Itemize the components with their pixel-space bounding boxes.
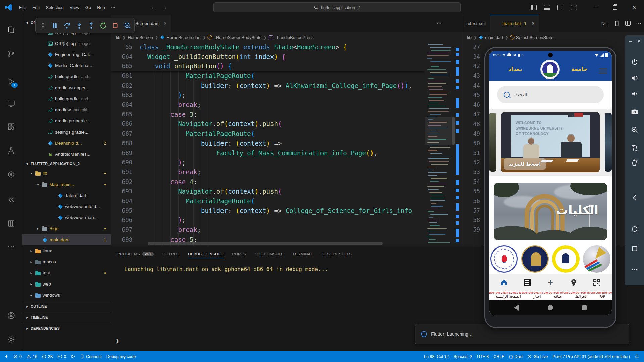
tree-item-main-dart[interactable]: main.dart1 xyxy=(22,234,111,245)
android-back-icon[interactable] xyxy=(514,305,519,311)
indentation[interactable]: Spaces: 2 xyxy=(451,351,475,362)
breadcrumb-item[interactable]: HomeScreen.dart xyxy=(160,35,201,40)
activity-chevrons-icon[interactable] xyxy=(6,195,16,205)
minimize-button[interactable]: ─ xyxy=(586,0,605,15)
emulator-more-icon[interactable] xyxy=(630,265,639,274)
tree-item-test[interactable]: ▸test● xyxy=(22,267,111,278)
split-editor-icon[interactable] xyxy=(625,21,631,26)
run-debug-dropdown[interactable]: ▷⌄ xyxy=(602,20,609,27)
toggle-secondary-sidebar-icon[interactable] xyxy=(557,5,563,10)
connect[interactable]: Connect xyxy=(78,351,104,362)
code-line[interactable]: 696 ); xyxy=(111,215,425,225)
emulator-home-icon[interactable] xyxy=(630,225,639,234)
command-center-search[interactable]: flutter_application_2 xyxy=(213,2,461,12)
code-line[interactable]: 690 ); xyxy=(111,158,425,167)
code-line[interactable]: 695 builder: (context) => College_of_Sci… xyxy=(111,206,425,216)
college-of-engineering-logo[interactable] xyxy=(521,245,549,273)
tab-close-icon[interactable]: ✕ xyxy=(531,21,535,26)
activity-more-icon[interactable] xyxy=(6,242,16,252)
carousel-prev-image[interactable] xyxy=(489,113,496,172)
activity-source-control-icon[interactable] xyxy=(6,49,16,59)
activity-extensions-icon[interactable] xyxy=(6,121,16,132)
tree-item-web[interactable]: ▸web xyxy=(22,278,111,290)
android-recents-icon[interactable] xyxy=(582,305,587,310)
emulator-close-icon[interactable]: ✕ xyxy=(637,39,641,44)
step-out-icon[interactable] xyxy=(87,22,95,29)
breadcrumb-right[interactable]: lib❯main.dart❯SplashScreenState xyxy=(462,32,644,42)
activity-account-icon[interactable] xyxy=(6,310,16,320)
remote-indicator[interactable] xyxy=(2,351,11,362)
section-outline[interactable]: ▸OUTLINE xyxy=(22,301,111,312)
emulator-rotate-ccw-icon[interactable] xyxy=(630,144,639,152)
code-line[interactable]: 688 builder: (context) => xyxy=(111,139,425,148)
code-editor[interactable]: 681 MaterialPageRoute(682 builder: (cont… xyxy=(111,42,425,246)
cursor-position[interactable]: Ln 88, Col 12 xyxy=(422,351,451,362)
press-for-more-button[interactable]: اضغط للمزيد xyxy=(504,158,546,170)
hamburger-menu-icon[interactable] xyxy=(599,67,607,75)
emulator-minimize-icon[interactable]: ─ xyxy=(629,39,632,44)
android-home-icon[interactable] xyxy=(548,305,553,310)
nav-plus-icon[interactable]: + xyxy=(546,278,555,287)
breadcrumb-item[interactable]: main.dart xyxy=(479,35,503,40)
activity-org-icon[interactable] xyxy=(6,169,16,179)
go-live[interactable]: Go Live xyxy=(525,351,550,362)
menu-file[interactable]: File xyxy=(16,4,29,11)
warnings[interactable]: 16 xyxy=(24,351,40,362)
code-line[interactable]: 681 MaterialPageRoute( xyxy=(111,71,425,81)
step-into-icon[interactable] xyxy=(75,22,83,29)
activity-run-debug-icon[interactable]: 1 xyxy=(6,76,16,86)
carousel-next-image[interactable] xyxy=(605,113,612,172)
hot-reload-icon[interactable] xyxy=(123,22,131,29)
open-editor-item[interactable]: build.gradleand... xyxy=(22,93,111,104)
infos[interactable]: 2K xyxy=(40,351,55,362)
ports[interactable]: 0 xyxy=(55,351,68,362)
tree-item-linux[interactable]: ▸linux xyxy=(22,245,111,256)
code-line[interactable]: 697 break; xyxy=(111,225,425,235)
menu-more[interactable]: ⋯ xyxy=(108,4,118,11)
nav-qr-icon[interactable] xyxy=(592,278,601,287)
debug-my-code[interactable]: Debug my code xyxy=(104,351,138,362)
toggle-sidebar-icon[interactable] xyxy=(531,5,537,10)
step-over-icon[interactable] xyxy=(63,22,70,29)
carousel-image[interactable]: WELCOME TOSWINBURNE UNIVERSITYOF TECHNOL… xyxy=(501,112,600,172)
menu-edit[interactable]: Edit xyxy=(29,4,43,11)
code-line[interactable]: 691 break; xyxy=(111,167,425,177)
open-editor-item[interactable]: gradlewandroid xyxy=(22,104,111,115)
debug-status[interactable] xyxy=(68,351,78,362)
emulator-volume-up-icon[interactable] xyxy=(630,74,639,83)
close-button[interactable]: ✕ xyxy=(625,0,644,15)
errors[interactable]: 0 xyxy=(11,351,24,362)
code-line[interactable]: 689 Faculty_of_Mass_Communication_info_P… xyxy=(111,148,425,158)
college-of-science-logo[interactable] xyxy=(490,245,518,273)
notifications-bell[interactable] xyxy=(632,351,641,362)
nav-pin-icon[interactable] xyxy=(569,278,578,287)
news-carousel[interactable]: WELCOME TOSWINBURNE UNIVERSITYOF TECHNOL… xyxy=(489,109,612,176)
emulator-zoom-icon[interactable] xyxy=(630,125,639,134)
panel-tab-test-results[interactable]: TEST RESULTS xyxy=(322,252,352,258)
forward-arrow-icon[interactable]: → xyxy=(162,4,167,10)
code-line[interactable]: 682 builder: (context) => AlKhwarizmi_Co… xyxy=(111,81,425,91)
panel-tab-output[interactable]: OUTPUT xyxy=(162,252,179,258)
menu-selection[interactable]: Selection xyxy=(43,4,66,11)
panel-tab-sql-console[interactable]: SQL CONSOLE xyxy=(255,252,284,258)
tab-close-icon[interactable]: ✕ xyxy=(163,21,167,26)
code-line[interactable]: 664 Widget _buildIconButton(int index) { xyxy=(111,52,425,62)
emulator-overview-icon[interactable] xyxy=(630,244,639,253)
code-line[interactable]: 686 Navigator.of(context).push( xyxy=(111,119,425,129)
restart-icon[interactable] xyxy=(99,22,107,29)
college-of-media-logo[interactable] xyxy=(583,245,610,273)
breadcrumb-item[interactable]: lib xyxy=(467,35,472,40)
open-editor-item[interactable]: AndroidManifes... xyxy=(22,149,111,160)
breadcrumb-item[interactable]: _HomeScreenBodyState xyxy=(208,35,261,40)
menu-go[interactable]: Go xyxy=(82,4,94,11)
code-line[interactable]: 693 Navigator.of(context).push( xyxy=(111,187,425,196)
open-editor-item[interactable]: gradle.propertie... xyxy=(22,115,111,126)
emulator-back-icon[interactable] xyxy=(630,193,639,202)
stop-icon[interactable] xyxy=(111,22,119,29)
nav-home-icon[interactable] xyxy=(499,278,509,287)
search-field[interactable]: البحث xyxy=(497,86,604,103)
code-line[interactable]: 687 MaterialPageRoute( xyxy=(111,129,425,139)
open-editor-item[interactable]: OIP(5).jpgimages xyxy=(22,38,111,49)
encoding[interactable]: UTF-8 xyxy=(475,351,491,362)
more-actions-icon[interactable]: ⋯ xyxy=(436,20,442,27)
